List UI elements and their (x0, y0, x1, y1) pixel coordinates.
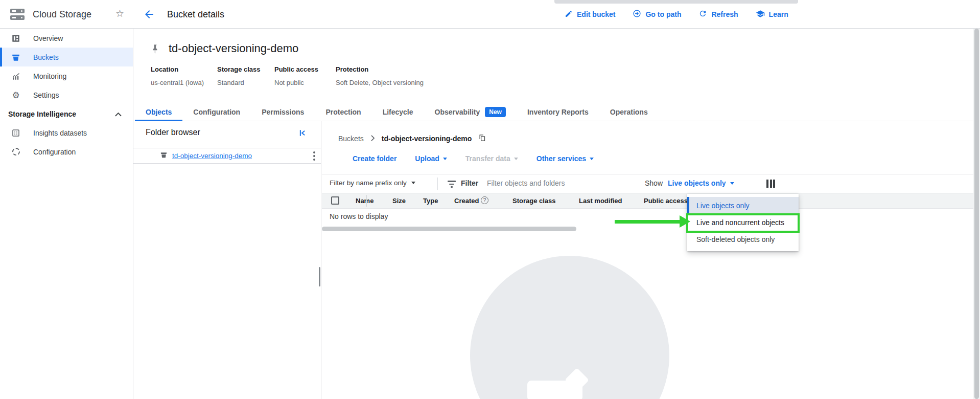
tab-observability[interactable]: Observability New (424, 102, 517, 121)
tab-permissions[interactable]: Permissions (251, 102, 315, 121)
chevron-right-icon (370, 135, 375, 143)
pin-icon (152, 44, 159, 56)
collapse-panel-icon[interactable] (297, 128, 308, 140)
select-all-checkbox[interactable] (331, 196, 339, 205)
go-to-path-icon (633, 9, 641, 19)
filter-icon (448, 181, 456, 189)
datasets-icon (11, 128, 21, 138)
meta-storage-class: Storage class Standard (217, 65, 261, 86)
star-icon[interactable]: ☆ (115, 8, 124, 19)
monitoring-icon (11, 71, 21, 81)
sidebar-item-buckets[interactable]: Buckets (0, 48, 133, 66)
show-objects-dropdown[interactable]: Live objects only (668, 179, 734, 187)
annotation-arrow-head (680, 215, 690, 228)
sidebar-nav: Overview Buckets Monitoring ⚙ Settings S… (0, 29, 133, 399)
column-divider (366, 195, 367, 207)
horizontal-scrollbar[interactable] (322, 227, 576, 231)
refresh-button[interactable]: Refresh (698, 9, 738, 19)
filter-objects-input[interactable] (487, 177, 635, 189)
breadcrumb-current-bucket: td-object-versioning-demo (382, 135, 472, 143)
bucket-tree-link[interactable]: td-object-versioning-demo (172, 152, 252, 160)
overview-icon (11, 33, 21, 43)
column-header-type[interactable]: Type (423, 193, 438, 209)
column-header-last-modified[interactable]: Last modified (579, 193, 622, 209)
tab-objects[interactable]: Objects (135, 102, 182, 121)
folder-browser-title: Folder browser (146, 128, 200, 137)
sidebar-item-configuration[interactable]: Configuration (0, 142, 133, 161)
annotation-arrow (615, 220, 681, 224)
chevron-down-icon (443, 158, 447, 160)
empty-table-message: No rows to display (330, 212, 388, 220)
menu-item-live-and-noncurrent-objects[interactable]: Live and noncurrent objects (687, 214, 799, 231)
header-actions: Edit bucket Go to path Refresh Learn (565, 0, 788, 29)
breadcrumb-buckets-link[interactable]: Buckets (338, 135, 364, 143)
sidebar-item-insights-datasets[interactable]: Insights datasets (0, 123, 133, 142)
menu-item-live-objects-only[interactable]: Live objects only (687, 197, 799, 214)
tab-operations[interactable]: Operations (599, 102, 659, 121)
column-display-options-icon[interactable] (766, 180, 775, 188)
product-name: Cloud Storage (33, 0, 91, 29)
page-title: Bucket details (167, 0, 224, 29)
more-options-icon[interactable] (313, 151, 315, 161)
tab-inventory-reports[interactable]: Inventory Reports (517, 102, 599, 121)
empty-state-folder-glyph (527, 381, 582, 399)
tab-lifecycle[interactable]: Lifecycle (372, 102, 424, 121)
filter-prefix-dropdown[interactable]: Filter by name prefix only (330, 179, 415, 187)
filter-label: Filter (461, 179, 478, 187)
configuration-icon (11, 147, 21, 157)
chevron-down-icon (411, 182, 415, 184)
sidebar-item-settings[interactable]: ⚙ Settings (0, 85, 133, 104)
divider (322, 174, 973, 174)
go-to-path-button[interactable]: Go to path (633, 9, 681, 19)
back-arrow-icon[interactable] (143, 8, 155, 20)
chevron-up-icon (115, 110, 122, 118)
meta-location: Location us-central1 (Iowa) (151, 65, 204, 86)
show-objects-dropdown-menu: Live objects only Live and noncurrent ob… (687, 194, 799, 251)
pencil-icon (565, 10, 573, 19)
column-header-public-access[interactable]: Public access (644, 193, 688, 209)
vertical-scrollbar[interactable] (973, 29, 980, 399)
chevron-down-icon (514, 158, 518, 160)
divider (133, 163, 321, 164)
learn-button[interactable]: Learn (756, 9, 788, 20)
bucket-icon (160, 151, 168, 161)
tab-configuration[interactable]: Configuration (182, 102, 251, 121)
tab-protection[interactable]: Protection (315, 102, 371, 121)
column-header-size[interactable]: Size (392, 193, 406, 209)
menu-item-soft-deleted-objects-only[interactable]: Soft-deleted objects only (687, 231, 799, 248)
upload-button[interactable]: Upload (415, 154, 447, 163)
edit-bucket-button[interactable]: Edit bucket (565, 10, 615, 19)
sidebar-section-storage-intelligence[interactable]: Storage Intelligence (0, 104, 133, 123)
bucket-icon (11, 52, 21, 62)
cloud-storage-logo-icon (10, 9, 25, 20)
transfer-data-button[interactable]: Transfer data (465, 154, 518, 163)
other-services-button[interactable]: Other services (536, 154, 594, 163)
show-label: Show (645, 179, 663, 187)
objects-action-bar: Create folder Upload Transfer data Other… (353, 154, 594, 163)
bucket-name-title: td-object-versioning-demo (169, 42, 298, 55)
sidebar-item-overview[interactable]: Overview (0, 29, 133, 48)
folder-browser-scrollbar[interactable] (319, 267, 320, 286)
help-icon[interactable]: ? (481, 196, 488, 204)
column-header-created[interactable]: Created (454, 193, 479, 209)
refresh-icon (698, 9, 707, 19)
folder-browser-panel: Folder browser td-object-versioning-demo (133, 121, 321, 399)
create-folder-button[interactable]: Create folder (353, 154, 396, 163)
chevron-down-icon (590, 158, 594, 160)
chevron-down-icon (730, 182, 734, 185)
learn-icon (756, 9, 765, 20)
sidebar-item-monitoring[interactable]: Monitoring (0, 66, 133, 85)
copy-icon[interactable] (478, 134, 486, 143)
column-header-storage-class[interactable]: Storage class (512, 193, 556, 209)
meta-public-access: Public access Not public (274, 65, 318, 86)
new-badge: New (485, 107, 506, 117)
bucket-tabs: Objects Configuration Permissions Protec… (133, 102, 980, 121)
breadcrumb: Buckets td-object-versioning-demo (338, 134, 486, 143)
cloud-storage-console: Cloud Storage ☆ Bucket details Edit buck… (0, 0, 980, 399)
settings-gear-icon: ⚙ (11, 90, 21, 100)
column-header-name[interactable]: Name (356, 193, 374, 209)
divider (437, 178, 438, 190)
top-app-bar: Cloud Storage ☆ Bucket details Edit buck… (0, 0, 980, 29)
meta-protection: Protection Soft Delete, Object versionin… (336, 65, 424, 86)
folder-browser-bucket-row[interactable]: td-object-versioning-demo (133, 148, 321, 163)
